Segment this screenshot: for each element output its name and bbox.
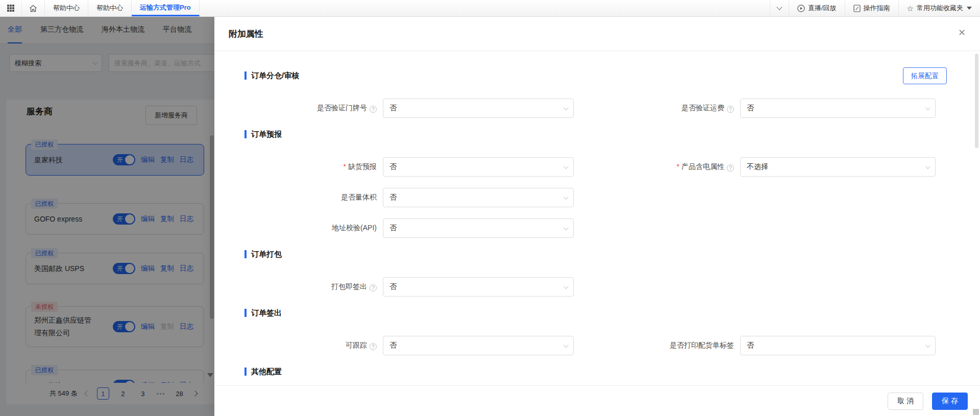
required-asterisk: * — [677, 162, 679, 170]
select-value: 否 — [747, 341, 754, 350]
select-value: 否 — [389, 104, 397, 113]
section-title: 订单分仓/审核 — [244, 70, 980, 81]
verify-door-select[interactable]: 否 — [383, 99, 574, 118]
select-value: 否 — [389, 193, 397, 202]
trackable-select[interactable]: 否 — [383, 336, 574, 355]
select-value: 否 — [747, 104, 754, 113]
field-label: 是否验证门牌号? — [214, 104, 377, 113]
section-bar — [244, 309, 247, 317]
chevron-down-icon — [925, 105, 930, 110]
section-title-text: 订单打包 — [251, 250, 282, 259]
save-button[interactable]: 保 存 — [932, 393, 968, 410]
play-circle-icon — [797, 5, 805, 12]
info-icon[interactable]: ? — [370, 106, 377, 113]
select-value: 否 — [389, 282, 397, 291]
field-label: 是否量体积 — [214, 193, 377, 202]
chevron-down-icon — [564, 164, 569, 169]
section-title-text: 其他配置 — [251, 367, 282, 377]
expand-config-button[interactable]: 拓展配置 — [903, 67, 947, 84]
battery-attribute-select[interactable]: 不选择 — [740, 157, 936, 177]
apps-grid-button[interactable] — [0, 0, 22, 16]
section-title: 订单打包 — [244, 249, 980, 259]
field-label: 地址校验(API) — [214, 224, 377, 233]
form-row: 是否验证门牌号? 否 是否验证运费? 否 — [214, 99, 980, 118]
topbar-tab-help-2[interactable]: 帮助中心 — [88, 0, 132, 16]
chevron-down-icon — [564, 225, 569, 230]
home-button[interactable] — [22, 0, 45, 16]
topbar-right: 直播/回放 操作指南 ☆ 常用功能收藏夹 — [770, 0, 980, 16]
scrollbar-corner — [973, 409, 979, 415]
form-row: 是否量体积 否 — [214, 188, 980, 207]
favorites-button[interactable]: ☆ 常用功能收藏夹 — [898, 0, 980, 16]
address-api-select[interactable]: 否 — [383, 218, 574, 238]
stockout-select[interactable]: 否 — [383, 157, 574, 177]
info-icon[interactable]: ? — [727, 164, 734, 172]
section-title-text: 订单预报 — [251, 130, 282, 139]
form-row: 可跟踪? 否 是否打印配货单标签 否 — [214, 336, 980, 355]
section-bar — [244, 368, 247, 376]
modal-header: 附加属性 ✕ — [214, 17, 980, 51]
chevron-down-icon — [564, 284, 569, 289]
modal-scrollbar-thumb[interactable] — [975, 54, 978, 148]
chevron-down-icon — [925, 164, 930, 169]
guide-book-icon — [853, 5, 861, 12]
info-icon[interactable]: ? — [727, 106, 734, 113]
field-label: 可跟踪? — [214, 341, 377, 351]
live-replay-label: 直播/回放 — [808, 4, 837, 13]
form-row: 地址校验(API) 否 — [214, 218, 980, 238]
print-label-select[interactable]: 否 — [740, 336, 936, 355]
select-value: 不选择 — [747, 162, 768, 172]
chevron-down-icon — [564, 342, 569, 348]
close-icon[interactable]: ✕ — [958, 28, 966, 37]
info-icon[interactable]: ? — [370, 343, 377, 350]
section-title-text: 订单签出 — [251, 308, 282, 318]
field-label: 打包即签出? — [214, 282, 377, 292]
pack-checkout-select[interactable]: 否 — [383, 277, 574, 297]
measure-volume-select[interactable]: 否 — [383, 188, 574, 207]
section-title: 其他配置 — [244, 366, 980, 377]
section-other-config: 其他配置 — [214, 366, 980, 377]
chevron-down-icon — [564, 194, 569, 200]
modal-title: 附加属性 — [229, 28, 263, 40]
topbar-tab-help-1[interactable]: 帮助中心 — [45, 0, 88, 16]
operation-guide-label: 操作指南 — [864, 4, 890, 13]
live-replay-button[interactable]: 直播/回放 — [789, 0, 845, 16]
section-order-forecast: 订单预报 *缺货预报 否 *产品含电属性? 不选择 是否量体积 — [214, 129, 980, 238]
select-value: 否 — [389, 162, 397, 172]
section-title: 订单预报 — [244, 129, 980, 139]
info-icon[interactable]: ? — [370, 284, 377, 291]
grid-icon — [7, 5, 14, 12]
section-title: 订单签出 — [244, 308, 980, 318]
operation-guide-button[interactable]: 操作指南 — [845, 0, 898, 16]
field-label: *产品含电属性? — [574, 162, 734, 172]
chevron-down-icon — [776, 4, 782, 10]
topbar-tab-transport-pro[interactable]: 运输方式管理Pro — [132, 0, 200, 16]
section-bar — [244, 130, 247, 138]
section-bar — [244, 71, 247, 80]
section-order-pack: 订单打包 打包即签出? 否 — [214, 249, 980, 297]
select-value: 否 — [389, 224, 397, 233]
caret-down-icon — [967, 7, 972, 10]
field-label: 是否打印配货单标签 — [574, 341, 734, 350]
collapse-tabs-button[interactable] — [770, 0, 789, 16]
chevron-down-icon — [925, 342, 930, 348]
required-asterisk: * — [344, 162, 346, 170]
cancel-button[interactable]: 取 消 — [888, 393, 923, 410]
modal-footer: 取 消 保 存 — [214, 385, 980, 416]
home-icon — [29, 5, 37, 12]
section-bar — [244, 250, 247, 258]
select-value: 否 — [389, 341, 397, 350]
verify-freight-select[interactable]: 否 — [740, 99, 936, 118]
topbar: 帮助中心 帮助中心 运输方式管理Pro 直播/回放 操作指南 ☆ 常用功能收藏 — [0, 0, 980, 17]
chevron-down-icon — [564, 105, 569, 110]
field-label: 是否验证运费? — [574, 104, 734, 113]
form-row: 打包即签出? 否 — [214, 277, 980, 297]
field-label: *缺货预报 — [214, 162, 377, 172]
favorites-label: 常用功能收藏夹 — [917, 4, 963, 13]
form-row: *缺货预报 否 *产品含电属性? 不选择 — [214, 157, 980, 177]
section-order-split: 订单分仓/审核 是否验证门牌号? 否 是否验证运费? 否 — [214, 70, 980, 118]
star-icon: ☆ — [907, 5, 914, 12]
app-screen: 帮助中心 帮助中心 运输方式管理Pro 直播/回放 操作指南 ☆ 常用功能收藏 — [0, 0, 980, 416]
section-title-text: 订单分仓/审核 — [251, 71, 299, 81]
section-order-checkout: 订单签出 可跟踪? 否 是否打印配货单标签 否 — [214, 308, 980, 355]
